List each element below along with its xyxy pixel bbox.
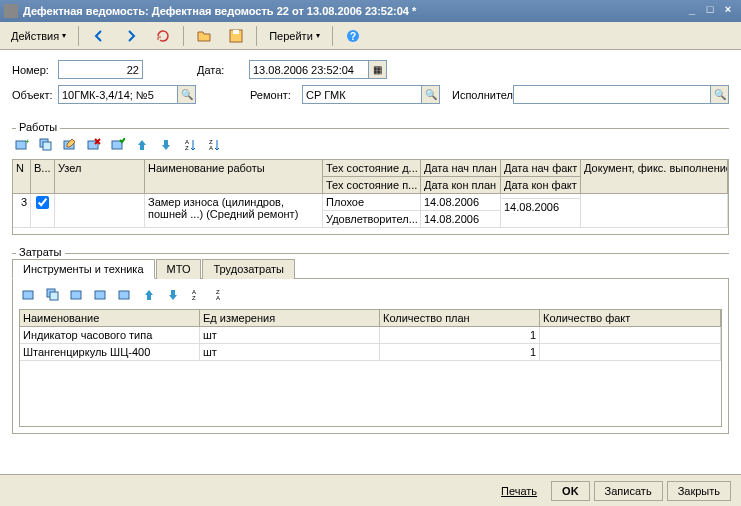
- goto-menu[interactable]: Перейти: [262, 25, 327, 47]
- move-down-icon[interactable]: [156, 135, 176, 155]
- works-group: Работы + AZ ZA N В... Узел Наименование …: [12, 128, 729, 235]
- main-toolbar: Действия Перейти ?: [0, 22, 741, 50]
- svg-rect-7: [43, 142, 51, 150]
- footer: Печать OK Записать Закрыть: [0, 474, 741, 506]
- svg-text:Z: Z: [185, 145, 189, 151]
- repair-lookup-icon[interactable]: 🔍: [422, 85, 440, 104]
- svg-text:?: ?: [350, 31, 356, 42]
- tools-toolbar: AZ ZA: [19, 285, 722, 309]
- tool-col-plan[interactable]: Количество план: [380, 310, 540, 326]
- finish-tool-icon[interactable]: [115, 285, 135, 305]
- number-label: Номер:: [12, 64, 54, 76]
- restore-button[interactable]: □: [701, 3, 719, 19]
- form-area: Номер: Дата: ▦ Объект: 🔍 Ремонт: 🔍 Испол…: [0, 50, 741, 120]
- copy-row-icon[interactable]: [36, 135, 56, 155]
- tab-mto[interactable]: МТО: [156, 259, 202, 279]
- works-title: Работы: [16, 121, 60, 133]
- delete-tool-icon[interactable]: [91, 285, 111, 305]
- ok-button[interactable]: OK: [551, 481, 590, 501]
- close-footer-button[interactable]: Закрыть: [667, 481, 731, 501]
- svg-rect-15: [23, 291, 33, 299]
- save-button[interactable]: Записать: [594, 481, 663, 501]
- calendar-icon[interactable]: ▦: [369, 60, 387, 79]
- executor-label: Исполнитель:: [452, 89, 509, 101]
- minimize-button[interactable]: _: [683, 3, 701, 19]
- executor-input[interactable]: [513, 85, 711, 104]
- down-tool-icon[interactable]: [163, 285, 183, 305]
- window-title: Дефектная ведомость: Дефектная ведомость…: [23, 5, 683, 17]
- col-tech: Тех состояние д... Тех состояние п...: [323, 160, 421, 193]
- prev-button[interactable]: [84, 25, 114, 47]
- col-node[interactable]: Узел: [55, 160, 145, 193]
- refresh-button[interactable]: [148, 25, 178, 47]
- delete-row-icon[interactable]: [84, 135, 104, 155]
- svg-text:A: A: [216, 295, 220, 301]
- sort-tool-asc-icon[interactable]: AZ: [187, 285, 207, 305]
- svg-rect-10: [112, 141, 122, 149]
- print-button[interactable]: Печать: [491, 482, 547, 500]
- executor-lookup-icon[interactable]: 🔍: [711, 85, 729, 104]
- titlebar: Дефектная ведомость: Дефектная ведомость…: [0, 0, 741, 22]
- help-button[interactable]: ?: [338, 25, 368, 47]
- copy-tool-icon[interactable]: [43, 285, 63, 305]
- tool-row[interactable]: Индикатор часового типа шт 1: [20, 327, 721, 344]
- tool-row[interactable]: Штангенциркуль ШЦ-400 шт 1: [20, 344, 721, 361]
- tab-labor[interactable]: Трудозатраты: [202, 259, 295, 279]
- object-lookup-icon[interactable]: 🔍: [178, 85, 196, 104]
- date-label: Дата:: [197, 64, 245, 76]
- close-button[interactable]: ×: [719, 3, 737, 19]
- works-grid[interactable]: N В... Узел Наименование работы Тех сост…: [12, 159, 729, 235]
- row-checkbox: [36, 196, 49, 209]
- tool-col-fact[interactable]: Количество факт: [540, 310, 721, 326]
- actions-menu[interactable]: Действия: [4, 25, 73, 47]
- works-toolbar: + AZ ZA: [12, 129, 729, 159]
- doc-input[interactable]: [584, 203, 728, 219]
- svg-rect-18: [71, 291, 81, 299]
- tool-col-unit[interactable]: Ед измерения: [200, 310, 380, 326]
- tab-content-tools: AZ ZA Наименование Ед измерения Количест…: [12, 278, 729, 434]
- repair-label: Ремонт:: [250, 89, 298, 101]
- object-input[interactable]: [58, 85, 178, 104]
- costs-group: Затраты Инструменты и техника МТО Трудоз…: [12, 253, 729, 434]
- tab-tools[interactable]: Инструменты и техника: [12, 259, 155, 279]
- tool-col-name[interactable]: Наименование: [20, 310, 200, 326]
- finish-edit-icon[interactable]: [108, 135, 128, 155]
- sort-asc-icon[interactable]: AZ: [180, 135, 200, 155]
- up-tool-icon[interactable]: [139, 285, 159, 305]
- date-input[interactable]: [249, 60, 369, 79]
- svg-rect-1: [233, 30, 239, 34]
- svg-text:Z: Z: [192, 295, 196, 301]
- sort-tool-desc-icon[interactable]: ZA: [211, 285, 231, 305]
- col-n[interactable]: N: [13, 160, 31, 193]
- col-datefact: Дата нач факт Дата кон факт: [501, 160, 581, 193]
- save-icon-button[interactable]: [221, 25, 251, 47]
- costs-title: Затраты: [16, 246, 65, 258]
- open-button[interactable]: [189, 25, 219, 47]
- col-doc[interactable]: Документ, фикс. выполнение: [581, 160, 728, 193]
- edit-tool-icon[interactable]: [67, 285, 87, 305]
- add-tool-icon[interactable]: [19, 285, 39, 305]
- object-label: Объект:: [12, 89, 54, 101]
- svg-text:+: +: [25, 138, 29, 146]
- number-input[interactable]: [58, 60, 143, 79]
- col-b[interactable]: В...: [31, 160, 55, 193]
- repair-input[interactable]: [302, 85, 422, 104]
- next-button[interactable]: [116, 25, 146, 47]
- tools-grid[interactable]: Наименование Ед измерения Количество пла…: [19, 309, 722, 427]
- sort-desc-icon[interactable]: ZA: [204, 135, 224, 155]
- add-row-icon[interactable]: +: [12, 135, 32, 155]
- col-dateplan: Дата нач план Дата кон план: [421, 160, 501, 193]
- costs-tabs: Инструменты и техника МТО Трудозатраты: [12, 258, 729, 278]
- move-up-icon[interactable]: [132, 135, 152, 155]
- app-icon: [4, 4, 18, 18]
- svg-rect-19: [95, 291, 105, 299]
- col-name[interactable]: Наименование работы: [145, 160, 323, 193]
- svg-text:A: A: [209, 145, 213, 151]
- edit-row-icon[interactable]: [60, 135, 80, 155]
- works-row[interactable]: 3 Замер износа (цилиндров, пошней ...) (…: [13, 194, 728, 228]
- svg-rect-17: [50, 292, 58, 300]
- svg-rect-20: [119, 291, 129, 299]
